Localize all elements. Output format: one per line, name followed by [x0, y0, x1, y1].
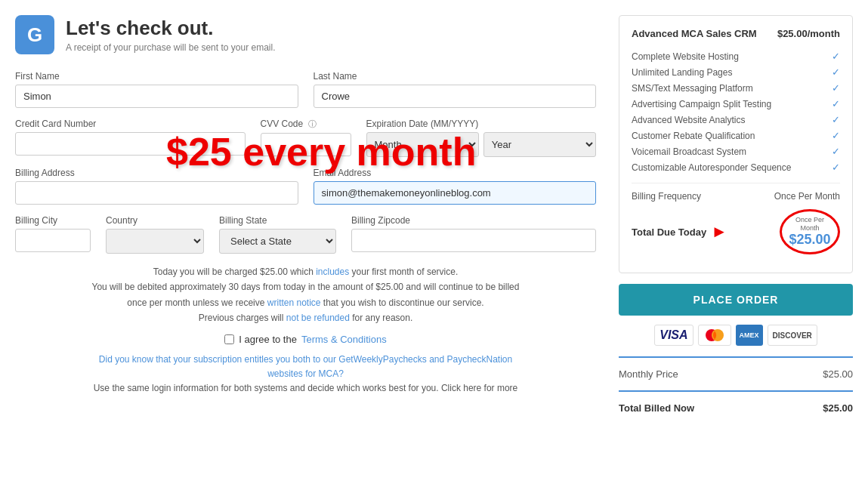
total-due-circle: Once PerMonth $25.00	[780, 209, 840, 254]
feature-row: Unlimited Landing Pages ✓	[632, 64, 840, 80]
plan-box: Advanced MCA Sales CRM $25.00/month Comp…	[619, 15, 853, 273]
billing-address-input[interactable]	[15, 181, 298, 205]
monthly-price-value: $25.00	[823, 368, 853, 380]
page-subtitle: A receipt of your purchase will be sent …	[66, 42, 275, 53]
billing-frequency-label: Billing Frequency	[632, 191, 701, 202]
terms-link[interactable]: Terms & Conditions	[301, 334, 387, 345]
place-order-button[interactable]: PLACE ORDER	[619, 284, 853, 316]
country-select[interactable]: United States Canada United Kingdom	[106, 229, 204, 254]
monthly-price-label: Monthly Price	[619, 368, 678, 380]
check-icon: ✓	[832, 162, 840, 173]
total-billed-label: Total Billed Now	[619, 402, 694, 414]
header-text: Let's check out. A receipt of your purch…	[66, 17, 275, 53]
check-icon: ✓	[832, 114, 840, 125]
amex-icon: AMEX	[736, 325, 763, 346]
written-notice-link[interactable]: written notice	[267, 297, 321, 308]
total-billed-value: $25.00	[823, 402, 853, 414]
billing-state-select[interactable]: Select a State AlabamaAlaskaArizona Cali…	[219, 229, 336, 254]
arrow-icon: ►	[711, 222, 727, 242]
last-name-input[interactable]	[314, 85, 597, 108]
email-input[interactable]	[314, 181, 597, 205]
feature-row: SMS/Text Messaging Platform ✓	[632, 80, 840, 96]
expiry-label: Expiration Date (MM/YYYY)	[366, 119, 597, 129]
promo-headline: $25 every month	[166, 132, 476, 171]
mastercard-icon	[698, 325, 731, 346]
promo-bottom-link[interactable]: Did you know that your subscription enti…	[99, 354, 512, 379]
check-icon: ✓	[832, 51, 840, 62]
total-billed-row: Total Billed Now $25.00	[619, 398, 853, 418]
check-icon: ✓	[832, 82, 840, 94]
billing-zip-label: Billing Zipcode	[351, 215, 596, 226]
billing-zip-group: Billing Zipcode	[351, 215, 596, 254]
first-name-label: First Name	[15, 71, 298, 82]
logo-icon: G	[15, 15, 54, 54]
billing-city-label: Billing City	[15, 215, 91, 226]
total-due-section: Total Due Today ► Once PerMonth $25.00	[632, 209, 840, 254]
feature-row: Advertising Campaign Split Testing ✓	[632, 96, 840, 112]
feature-row: Advanced Website Analytics ✓	[632, 112, 840, 128]
check-icon: ✓	[832, 130, 840, 141]
billing-city-group: Billing City	[15, 215, 91, 254]
total-price-big: $25.00	[789, 232, 830, 248]
feature-row: Complete Website Hosting ✓	[632, 48, 840, 64]
feature-row: Voicemail Broadcast System ✓	[632, 143, 840, 159]
billing-frequency-value: Once Per Month	[774, 191, 840, 202]
agree-checkbox[interactable]	[224, 334, 234, 344]
check-icon: ✓	[832, 98, 840, 109]
plan-price: $25.00/month	[777, 28, 840, 39]
year-select[interactable]: Year 2024202520262027 202820292030	[483, 132, 596, 157]
billing-city-input[interactable]	[15, 229, 91, 252]
feature-row: Customer Rebate Qualification ✓	[632, 128, 840, 143]
city-country-state-zip-row: Billing City Country United States Canad…	[15, 215, 596, 254]
not-refunded-link[interactable]: not be refunded	[286, 313, 350, 323]
plan-header: Advanced MCA Sales CRM $25.00/month	[632, 28, 840, 39]
country-group: Country United States Canada United King…	[106, 215, 204, 254]
country-label: Country	[106, 215, 204, 226]
once-per-month-text: Once PerMonth	[795, 216, 824, 233]
last-name-group: Last Name	[314, 71, 597, 108]
first-name-group: First Name	[15, 71, 298, 108]
features-list: Complete Website Hosting ✓ Unlimited Lan…	[632, 48, 840, 175]
check-icon: ✓	[832, 66, 840, 78]
last-name-label: Last Name	[314, 71, 597, 82]
page-title: Let's check out.	[66, 17, 275, 40]
checkout-header: G Let's check out. A receipt of your pur…	[15, 15, 596, 54]
cc-label: Credit Card Number	[15, 119, 246, 129]
payment-icons: VISA AMEX DISCOVER	[619, 325, 853, 346]
promo-bottom-text: Use the same login information for both …	[15, 381, 596, 396]
info-text-block: Today you will be charged $25.00 which i…	[15, 264, 596, 326]
plan-title: Advanced MCA Sales CRM	[632, 28, 757, 39]
agree-row: I agree to the Terms & Conditions	[15, 334, 596, 345]
cvv-help-icon: ⓘ	[308, 119, 317, 128]
visa-icon: VISA	[654, 325, 693, 346]
monthly-price-row: Monthly Price $25.00	[619, 364, 853, 384]
billing-frequency-row: Billing Frequency Once Per Month	[632, 191, 840, 202]
right-panel: Advanced MCA Sales CRM $25.00/month Comp…	[619, 15, 853, 418]
discover-icon: DISCOVER	[768, 325, 817, 346]
check-icon: ✓	[832, 146, 840, 157]
total-due-label: Total Due Today ►	[632, 222, 727, 242]
feature-row: Customizable Autoresponder Sequence ✓	[632, 159, 840, 175]
billing-zip-input[interactable]	[351, 229, 596, 252]
agree-label: I agree to the	[239, 334, 297, 345]
includes-link[interactable]: includes	[316, 267, 349, 277]
billing-state-group: Billing State Select a State AlabamaAlas…	[219, 215, 336, 254]
promo-bottom-block: Did you know that your subscription enti…	[15, 353, 596, 396]
name-row: First Name Last Name	[15, 71, 596, 108]
billing-state-label: Billing State	[219, 215, 336, 226]
first-name-input[interactable]	[15, 85, 298, 108]
cvv-label: CVV Code ⓘ	[261, 119, 351, 130]
